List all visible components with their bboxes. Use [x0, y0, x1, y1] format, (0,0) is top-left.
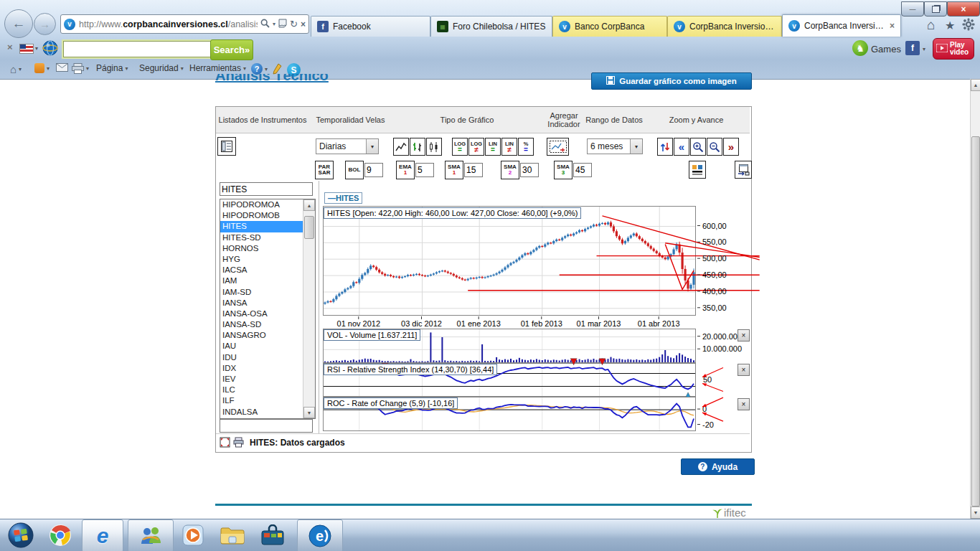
flag-dropdown-icon[interactable]: ▾	[35, 45, 38, 52]
instrument-bottom-input[interactable]	[220, 419, 313, 433]
indicator-button-bol[interactable]: BOL	[345, 161, 364, 179]
list-item[interactable]: IACSA	[220, 265, 303, 276]
list-item[interactable]: IANSA-SD	[220, 319, 303, 330]
menu-seguridad[interactable]: Seguridad▾	[139, 63, 184, 73]
scale-button-log-neq[interactable]: LOG≠	[468, 138, 484, 156]
taskbar-chrome-icon[interactable]	[44, 519, 76, 551]
range-select[interactable]: 6 meses▾	[587, 138, 643, 154]
list-item[interactable]: IAM-SD	[220, 287, 303, 298]
globe-extension-icon[interactable]	[42, 39, 59, 59]
compatibility-view-icon[interactable]	[278, 19, 287, 30]
games-link[interactable]: Games	[871, 44, 901, 55]
search-input[interactable]	[63, 41, 214, 57]
scale-button-%-eq[interactable]: %=	[518, 138, 534, 156]
back-button[interactable]: ←	[4, 9, 33, 38]
export-chart-button[interactable]	[735, 161, 752, 179]
list-item[interactable]: ILF	[220, 395, 303, 406]
list-item[interactable]: IANSA-OSA	[220, 309, 303, 319]
price-chart[interactable]	[323, 206, 696, 316]
list-item[interactable]: HIPODROMOB	[220, 210, 303, 221]
list-item[interactable]: IEV	[220, 374, 303, 385]
list-item[interactable]: HORNOS	[220, 243, 303, 254]
indicator-button-parsar[interactable]: PARSAR	[315, 161, 334, 179]
toolbar-close-icon[interactable]: ×	[7, 42, 13, 52]
stop-icon[interactable]: ×	[301, 19, 306, 29]
address-dropdown-icon[interactable]: ▾	[273, 21, 275, 27]
indicator-button-sma1[interactable]: SMA1	[445, 161, 463, 179]
list-scrollbar-thumb[interactable]	[304, 216, 314, 239]
chart-type-line-button[interactable]	[393, 138, 409, 156]
pan-right-button[interactable]: »	[723, 138, 739, 156]
chart-type-ohlc-button[interactable]	[410, 138, 425, 156]
menu-pagina[interactable]: Página▾	[96, 63, 128, 73]
chart-colors-button[interactable]	[689, 161, 706, 179]
scale-button-log-eq[interactable]: LOG=	[452, 138, 468, 156]
url-text[interactable]: http://www.corpbancainversiones.cl/anali…	[79, 19, 258, 29]
save-chart-button[interactable]: Guardar gráfico como imagen	[591, 72, 752, 90]
taskbar-explorer-icon[interactable]	[215, 519, 250, 551]
instrument-filter-input[interactable]	[220, 182, 313, 196]
settings-gear-icon[interactable]	[962, 18, 975, 33]
favorites-star-icon[interactable]: ★	[945, 19, 955, 32]
list-item[interactable]: HITES-SD	[220, 232, 303, 243]
menu-herramientas[interactable]: Herramientas▾	[189, 63, 246, 73]
list-item[interactable]: IANSA	[220, 298, 303, 309]
scroll-down-button[interactable]: ▼	[971, 507, 980, 519]
print-icon[interactable]: ▾	[72, 63, 89, 74]
refresh-icon[interactable]: ↻	[290, 19, 298, 29]
mail-icon[interactable]	[56, 63, 68, 72]
indicator-input-sma2[interactable]	[520, 163, 539, 177]
list-item[interactable]: HIPODROMOA	[220, 199, 303, 210]
scale-button-lin-eq[interactable]: LIN=	[485, 138, 501, 156]
refresh-chart-button[interactable]	[657, 138, 673, 156]
facebook-dropdown-icon[interactable]: ▾	[923, 46, 925, 52]
browser-tab[interactable]: vCorpBanca Inversio...×	[782, 14, 901, 37]
restore-button[interactable]	[924, 1, 947, 17]
list-item[interactable]: IDU	[220, 352, 303, 363]
search-icon[interactable]	[260, 19, 270, 30]
close-volume-panel-button[interactable]: ×	[738, 329, 750, 342]
tab-close-icon[interactable]: ×	[890, 21, 895, 31]
browser-tab[interactable]: vBanco CorpBanca	[552, 16, 667, 37]
page-scrollbar[interactable]: ▲ ▼	[970, 79, 980, 519]
taskbar-ie-icon[interactable]: e	[82, 519, 123, 551]
zoom-out-button[interactable]	[707, 138, 722, 156]
forward-button[interactable]: →	[34, 13, 56, 35]
list-scroll-down-button[interactable]: ▼	[303, 407, 315, 418]
list-item[interactable]: INDALSA	[220, 407, 303, 418]
help-button[interactable]: ? Ayuda	[681, 458, 755, 475]
taskbar-toolbox-icon[interactable]	[255, 519, 290, 551]
rss-icon[interactable]: ▾	[34, 63, 50, 73]
start-button[interactable]	[4, 519, 37, 551]
browser-tab[interactable]: vCorpBanca Inversiones	[667, 16, 782, 37]
indicator-input-sma3[interactable]	[573, 163, 592, 177]
zoom-in-button[interactable]	[690, 138, 706, 156]
address-bar[interactable]: v http://www.corpbancainversiones.cl/ana…	[60, 14, 309, 34]
instrument-listbox[interactable]: HIPODROMOAHIPODROMOBHITESHITES-SDHORNOSH…	[220, 199, 316, 419]
list-scroll-up-button[interactable]: ▲	[303, 199, 315, 211]
indicator-input-bol[interactable]	[364, 163, 383, 177]
list-scrollbar[interactable]: ▲▼	[303, 199, 315, 418]
scale-button-lin-neq[interactable]: LIN≠	[501, 138, 517, 156]
indicator-button-sma3[interactable]: SMA3	[554, 161, 573, 179]
fullscreen-icon[interactable]	[220, 437, 230, 448]
list-item[interactable]: IANSAGRO	[220, 330, 303, 341]
list-item[interactable]: HYG	[220, 254, 303, 265]
indicator-button-ema1[interactable]: EMA1	[396, 161, 415, 179]
home-icon[interactable]: ⌂	[927, 17, 935, 33]
scrollbar-thumb[interactable]	[971, 136, 980, 507]
indicator-button-sma2[interactable]: SMA2	[501, 161, 519, 179]
list-item[interactable]: IAM	[220, 276, 303, 286]
help-menu-icon[interactable]: ?▾	[251, 63, 268, 75]
scroll-up-button[interactable]: ▲	[971, 79, 980, 91]
games-icon[interactable]: ♞	[852, 40, 868, 56]
pan-left-button[interactable]: «	[674, 138, 689, 156]
us-flag-icon[interactable]	[19, 44, 34, 54]
facebook-icon[interactable]: f	[905, 41, 920, 55]
search-button[interactable]: Search»	[210, 39, 253, 60]
close-roc-panel-button[interactable]: ×	[738, 398, 750, 410]
add-indicator-button[interactable]	[547, 138, 569, 156]
list-item[interactable]: IAU	[220, 341, 303, 352]
list-item[interactable]: ILC	[220, 385, 303, 395]
taskbar-entel-icon[interactable]: e	[297, 519, 343, 551]
